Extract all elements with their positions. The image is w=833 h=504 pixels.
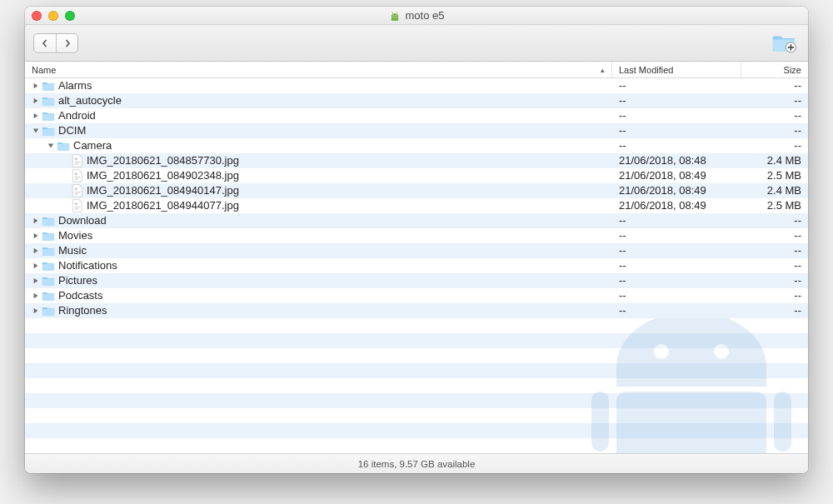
row-modified-label: 21/06/2018, 08:49 bbox=[612, 198, 741, 213]
row-size-label: -- bbox=[741, 303, 808, 318]
row-name-label: Android bbox=[58, 108, 96, 123]
column-header-row: Name ▴ Last Modified Size bbox=[25, 62, 808, 78]
row-modified-label: -- bbox=[612, 303, 741, 318]
row-size-label: -- bbox=[741, 108, 808, 123]
disclosure-triangle-icon[interactable] bbox=[32, 97, 40, 105]
folder-row[interactable]: Alarms---- bbox=[25, 78, 808, 93]
row-name-label: Movies bbox=[58, 228, 92, 243]
row-modified-label: -- bbox=[612, 123, 741, 138]
disclosure-triangle-icon[interactable] bbox=[32, 127, 40, 135]
column-header-size-label: Size bbox=[784, 65, 801, 75]
row-size-label: -- bbox=[741, 93, 808, 108]
folder-row[interactable]: Movies---- bbox=[25, 228, 808, 243]
folder-icon bbox=[42, 246, 55, 257]
sort-indicator-icon: ▴ bbox=[601, 66, 605, 74]
image-file-icon bbox=[72, 184, 83, 197]
folder-row[interactable]: Notifications---- bbox=[25, 258, 808, 273]
row-modified-label: -- bbox=[612, 78, 741, 93]
new-folder-button[interactable] bbox=[768, 32, 800, 55]
row-name-label: IMG_20180621_084857730.jpg bbox=[87, 153, 239, 168]
row-name-label: Alarms bbox=[58, 78, 92, 93]
folder-row[interactable]: Download---- bbox=[25, 213, 808, 228]
row-size-label: -- bbox=[741, 228, 808, 243]
row-size-label: -- bbox=[741, 138, 808, 153]
row-name-label: Pictures bbox=[58, 273, 97, 288]
minimize-window-button[interactable] bbox=[48, 11, 58, 21]
row-modified-label: -- bbox=[612, 228, 741, 243]
folder-icon bbox=[42, 96, 55, 107]
disclosure-triangle-icon[interactable] bbox=[32, 232, 40, 240]
zoom-window-button[interactable] bbox=[65, 11, 75, 21]
folder-icon bbox=[42, 126, 55, 137]
folder-row[interactable]: Pictures---- bbox=[25, 273, 808, 288]
folder-row[interactable]: DCIM---- bbox=[25, 123, 808, 138]
row-size-label: -- bbox=[741, 258, 808, 273]
disclosure-triangle-icon[interactable] bbox=[32, 307, 40, 315]
disclosure-triangle-icon[interactable] bbox=[32, 112, 40, 120]
row-size-label: -- bbox=[741, 288, 808, 303]
titlebar[interactable]: moto e5 bbox=[25, 7, 808, 25]
row-size-label: 2.5 MB bbox=[741, 168, 808, 183]
row-modified-label: -- bbox=[612, 288, 741, 303]
disclosure-triangle-icon[interactable] bbox=[32, 82, 40, 90]
row-modified-label: 21/06/2018, 08:49 bbox=[612, 168, 741, 183]
row-name-label: Podcasts bbox=[58, 288, 102, 303]
file-row[interactable]: IMG_20180621_084857730.jpg21/06/2018, 08… bbox=[25, 153, 808, 168]
image-file-icon bbox=[72, 154, 83, 167]
row-name-label: alt_autocycle bbox=[58, 93, 122, 108]
chevron-left-icon bbox=[41, 39, 49, 47]
column-header-name[interactable]: Name ▴ bbox=[25, 62, 612, 77]
row-name-label: IMG_20180621_084944077.jpg bbox=[87, 198, 239, 213]
disclosure-triangle-icon[interactable] bbox=[32, 262, 40, 270]
row-name-label: DCIM bbox=[58, 123, 86, 138]
folder-row[interactable]: alt_autocycle---- bbox=[25, 93, 808, 108]
folder-row[interactable]: Ringtones---- bbox=[25, 303, 808, 318]
folder-row[interactable]: Podcasts---- bbox=[25, 288, 808, 303]
row-size-label: -- bbox=[741, 213, 808, 228]
image-file-icon bbox=[72, 169, 83, 182]
folder-row[interactable]: Camera---- bbox=[25, 138, 808, 153]
row-modified-label: -- bbox=[612, 213, 741, 228]
row-size-label: 2.4 MB bbox=[741, 183, 808, 198]
folder-icon bbox=[57, 141, 70, 152]
folder-icon bbox=[42, 261, 55, 272]
column-header-modified-label: Last Modified bbox=[619, 65, 673, 75]
folder-icon bbox=[42, 111, 55, 122]
file-row[interactable]: IMG_20180621_084944077.jpg21/06/2018, 08… bbox=[25, 198, 808, 213]
disclosure-triangle-icon[interactable] bbox=[32, 292, 40, 300]
forward-button[interactable] bbox=[56, 34, 77, 52]
finder-window: moto e5 Name ▴ Last Modified Size bbox=[25, 7, 808, 473]
row-size-label: -- bbox=[741, 243, 808, 258]
disclosure-triangle-icon[interactable] bbox=[32, 247, 40, 255]
row-modified-label: -- bbox=[612, 243, 741, 258]
toolbar bbox=[25, 25, 808, 62]
folder-row[interactable]: Music---- bbox=[25, 243, 808, 258]
back-button[interactable] bbox=[34, 34, 56, 52]
status-bar: 16 items, 9.57 GB available bbox=[25, 453, 808, 473]
disclosure-triangle-icon[interactable] bbox=[32, 217, 40, 225]
folder-icon bbox=[42, 276, 55, 287]
column-header-size[interactable]: Size bbox=[741, 62, 808, 77]
row-name-label: Download bbox=[58, 213, 107, 228]
file-row[interactable]: IMG_20180621_084902348.jpg21/06/2018, 08… bbox=[25, 168, 808, 183]
row-modified-label: -- bbox=[612, 138, 741, 153]
image-file-icon bbox=[72, 199, 83, 212]
chevron-right-icon bbox=[63, 39, 72, 47]
status-bar-text: 16 items, 9.57 GB available bbox=[358, 459, 476, 469]
row-name-label: IMG_20180621_084940147.jpg bbox=[87, 183, 239, 198]
column-header-modified[interactable]: Last Modified bbox=[612, 62, 741, 77]
row-size-label: -- bbox=[741, 78, 808, 93]
file-list-pane[interactable]: Alarms----alt_autocycle----Android----DC… bbox=[25, 78, 808, 453]
folder-row[interactable]: Android---- bbox=[25, 108, 808, 123]
column-header-name-label: Name bbox=[32, 65, 56, 75]
file-row[interactable]: IMG_20180621_084940147.jpg21/06/2018, 08… bbox=[25, 183, 808, 198]
android-icon bbox=[389, 10, 401, 22]
row-modified-label: 21/06/2018, 08:48 bbox=[612, 153, 741, 168]
window-controls bbox=[32, 11, 75, 21]
nav-segment bbox=[33, 33, 78, 53]
close-window-button[interactable] bbox=[32, 11, 42, 21]
folder-plus-icon bbox=[771, 33, 796, 53]
row-size-label: -- bbox=[741, 123, 808, 138]
disclosure-triangle-icon[interactable] bbox=[32, 277, 40, 285]
disclosure-triangle-icon[interactable] bbox=[47, 142, 55, 150]
